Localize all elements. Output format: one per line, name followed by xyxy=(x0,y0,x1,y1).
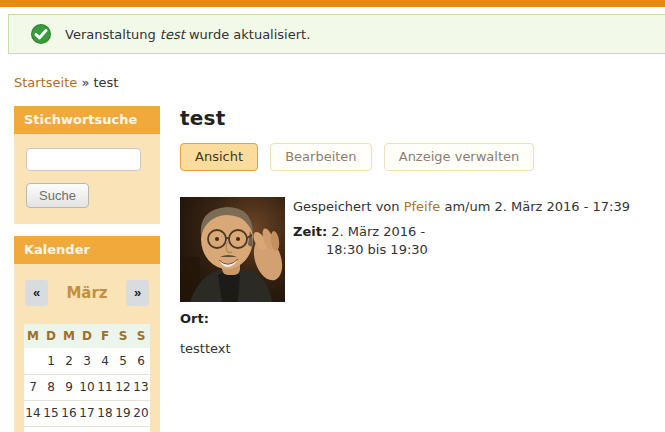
top-accent-bar xyxy=(0,0,665,7)
ort-field: Ort: xyxy=(180,311,655,326)
breadcrumb-home-link[interactable]: Startseite xyxy=(14,75,77,90)
calendar-day[interactable]: 8 xyxy=(42,374,60,400)
breadcrumb: Startseite » test xyxy=(14,75,665,90)
ort-label: Ort: xyxy=(180,311,209,326)
calendar-day[interactable]: 24 xyxy=(78,426,96,432)
calendar-block: Kalender « März » M D M D F xyxy=(14,236,160,432)
sidebar: Stichwortsuche Suche Kalender « März » M xyxy=(14,106,160,432)
calendar-day[interactable]: 20 xyxy=(132,400,150,426)
event-body-text: testtext xyxy=(180,341,655,356)
search-submit-button[interactable]: Suche xyxy=(26,183,89,208)
weekday-label: S xyxy=(132,324,150,348)
calendar-title: Kalender xyxy=(14,236,160,264)
status-text: Veranstaltung test wurde aktualisiert. xyxy=(65,27,310,42)
calendar-month-label: März xyxy=(66,284,107,302)
calendar-day[interactable]: 25 xyxy=(96,426,114,432)
keyword-search-block: Stichwortsuche Suche xyxy=(14,106,160,224)
calendar-day[interactable]: 22 xyxy=(42,426,60,432)
calendar-day[interactable]: 26 xyxy=(114,426,132,432)
calendar-week-row: 7 8 9 10 11 12 13 xyxy=(24,374,150,400)
calendar-day[interactable]: 16 xyxy=(60,400,78,426)
tabs: Ansicht Bearbeiten Anzeige verwalten xyxy=(180,143,655,171)
page-title: test xyxy=(180,106,655,130)
tab-bearbeiten[interactable]: Bearbeiten xyxy=(270,143,371,171)
breadcrumb-current: test xyxy=(93,75,118,90)
calendar-day-event[interactable]: 2 xyxy=(60,348,78,374)
calendar-day[interactable]: 17 xyxy=(78,400,96,426)
submitted-line: Gespeichert von Pfeife am/um 2. März 201… xyxy=(293,199,630,214)
event-photo xyxy=(180,197,285,302)
breadcrumb-separator: » xyxy=(77,75,93,90)
calendar-day[interactable]: 3 xyxy=(78,348,96,374)
zeit-label: Zeit: xyxy=(293,224,327,239)
weekday-label: F xyxy=(96,324,114,348)
calendar-day[interactable]: 19 xyxy=(114,400,132,426)
calendar-weekday-row: M D M D F S S xyxy=(24,324,150,348)
weekday-label: M xyxy=(60,324,78,348)
calendar-day[interactable]: 9 xyxy=(60,374,78,400)
calendar-day[interactable]: 14 xyxy=(24,400,42,426)
calendar-day[interactable]: 5 xyxy=(114,348,132,374)
calendar-day[interactable]: 11 xyxy=(96,374,114,400)
check-circle-icon xyxy=(31,24,51,44)
calendar-day[interactable]: 27 xyxy=(132,426,150,432)
zeit-field: Zeit: 2. März 2016 - 18:30 bis 19:30 xyxy=(293,224,630,261)
calendar-week-row: 21 22 23 24 25 26 27 xyxy=(24,426,150,432)
status-message: Veranstaltung test wurde aktualisiert. xyxy=(8,14,665,54)
weekday-label: D xyxy=(42,324,60,348)
calendar-day-selected[interactable]: 13 xyxy=(132,374,150,400)
calendar-day[interactable]: 10 xyxy=(78,374,96,400)
author-link[interactable]: Pfeife xyxy=(404,199,441,214)
main-content: test Ansicht Bearbeiten Anzeige verwalte… xyxy=(180,106,665,432)
calendar-day[interactable]: 23 xyxy=(60,426,78,432)
calendar-prev-button[interactable]: « xyxy=(25,280,48,306)
zeit-time-range: 18:30 bis 19:30 xyxy=(293,239,630,261)
keyword-search-input[interactable] xyxy=(26,148,141,171)
calendar-grid: M D M D F S S 1 2 xyxy=(24,324,150,432)
calendar-next-button[interactable]: » xyxy=(126,280,149,306)
status-event-name: test xyxy=(160,27,185,42)
tab-anzeige-verwalten[interactable]: Anzeige verwalten xyxy=(384,143,535,171)
weekday-label: S xyxy=(114,324,132,348)
weekday-label: M xyxy=(24,324,42,348)
tab-ansicht[interactable]: Ansicht xyxy=(180,143,258,171)
calendar-day[interactable]: 6 xyxy=(132,348,150,374)
weekday-label: D xyxy=(78,324,96,348)
calendar-day[interactable]: 15 xyxy=(42,400,60,426)
calendar-week-row: 1 2 3 4 5 6 xyxy=(24,348,150,374)
calendar-day[interactable]: 4 xyxy=(96,348,114,374)
keyword-search-title: Stichwortsuche xyxy=(14,106,160,134)
calendar-day[interactable]: 18 xyxy=(96,400,114,426)
calendar-day[interactable]: 1 xyxy=(42,348,60,374)
calendar-day[interactable]: 12 xyxy=(114,374,132,400)
calendar-week-row: 14 15 16 17 18 19 20 xyxy=(24,400,150,426)
calendar-day[interactable]: 7 xyxy=(24,374,42,400)
calendar-day[interactable]: 21 xyxy=(24,426,42,432)
calendar-day xyxy=(24,348,42,374)
